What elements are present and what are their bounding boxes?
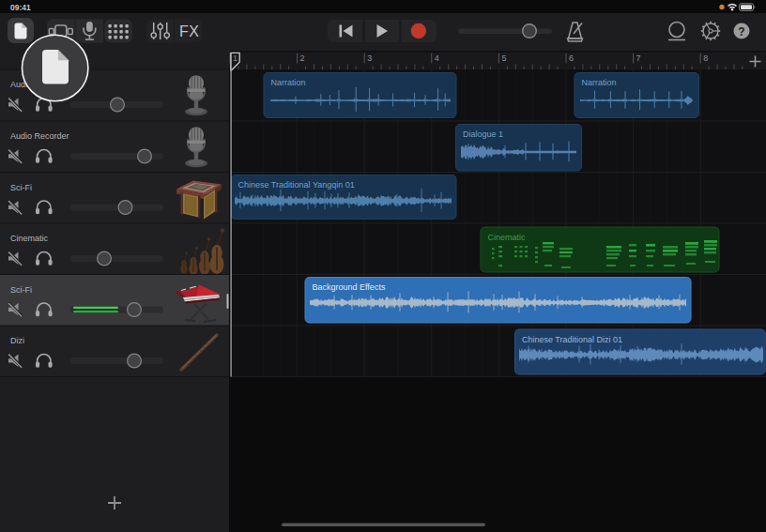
svg-text:2: 2 xyxy=(300,53,305,63)
svg-text:Dialogue 1: Dialogue 1 xyxy=(463,129,503,139)
svg-text:Cinematic: Cinematic xyxy=(488,233,527,242)
svg-text:Narration: Narration xyxy=(271,78,306,87)
svg-text:Narration: Narration xyxy=(582,78,617,87)
svg-text:3: 3 xyxy=(367,53,372,63)
svg-text:Dizi: Dizi xyxy=(10,336,24,345)
svg-text:7: 7 xyxy=(636,53,641,63)
svg-text:Audio Recorder: Audio Recorder xyxy=(10,131,69,141)
svg-text:Sci-Fi: Sci-Fi xyxy=(10,285,32,295)
svg-text:09:41: 09:41 xyxy=(10,3,31,12)
svg-text:Chinese Traditional Yangqin 01: Chinese Traditional Yangqin 01 xyxy=(238,180,355,190)
svg-text:Chinese Traditional Dizi 01: Chinese Traditional Dizi 01 xyxy=(522,335,622,344)
svg-text:8: 8 xyxy=(703,53,708,63)
svg-text:?: ? xyxy=(738,25,744,38)
svg-text:FX: FX xyxy=(179,23,199,39)
svg-text:Background Effects: Background Effects xyxy=(313,282,386,292)
svg-text:5: 5 xyxy=(501,53,506,63)
svg-text:1: 1 xyxy=(233,53,237,63)
svg-text:4: 4 xyxy=(435,53,439,63)
svg-text:Sci-Fi: Sci-Fi xyxy=(10,183,32,192)
svg-text:6: 6 xyxy=(569,53,574,63)
svg-text:Cinematic: Cinematic xyxy=(10,234,49,243)
